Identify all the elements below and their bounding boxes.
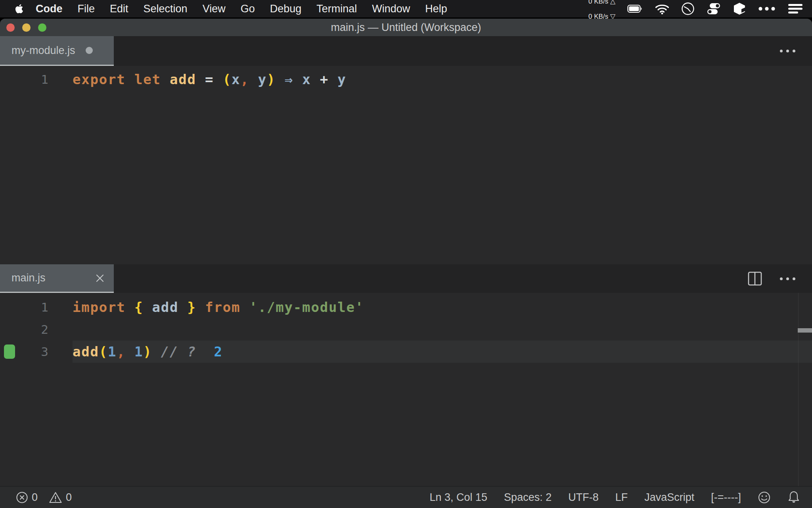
menu-item-debug[interactable]: Debug (262, 3, 309, 15)
problems-errors[interactable]: 0 (16, 491, 38, 504)
tab-my-module-js[interactable]: my-module.js (0, 36, 114, 66)
menu-item-file[interactable]: File (70, 3, 103, 15)
cursor-position[interactable]: Ln 3, Col 15 (430, 491, 488, 504)
menu-item-selection[interactable]: Selection (136, 3, 195, 15)
window-title: main.js — Untitled (Workspace) (331, 21, 481, 34)
code-line[interactable]: 1import { add } from './my-module' (0, 296, 812, 318)
quokka-coverage-marker-icon (4, 344, 15, 359)
close-window-button[interactable] (6, 23, 15, 32)
encoding-setting[interactable]: UTF-8 (568, 491, 599, 504)
bottom-editor-tab-bar: main.js (0, 264, 812, 293)
overview-ruler-marker[interactable] (798, 328, 812, 333)
notifications-bell-icon[interactable] (787, 491, 800, 504)
upload-speed: 0 KB/s △ (588, 0, 615, 5)
menu-item-edit[interactable]: Edit (102, 3, 136, 15)
editor-gutter: 3 (0, 341, 73, 363)
window-title-bar[interactable]: main.js — Untitled (Workspace) (0, 19, 812, 36)
editor-main-js[interactable]: 1import { add } from './my-module'23add(… (0, 293, 812, 486)
cube-icon[interactable] (733, 2, 746, 15)
editor-gutter: 2 (0, 318, 73, 341)
more-actions-icon[interactable] (780, 277, 795, 280)
more-actions-icon[interactable] (780, 50, 795, 52)
wifi-icon[interactable] (655, 3, 669, 14)
zoom-window-button[interactable] (38, 23, 46, 32)
warning-count: 0 (66, 491, 72, 504)
toggles-icon[interactable] (707, 2, 721, 15)
tab-main-js[interactable]: main.js (0, 264, 114, 293)
apple-menu-icon[interactable] (15, 4, 23, 14)
menu-item-terminal[interactable]: Terminal (309, 3, 364, 15)
code-line[interactable]: 1export let add = (x, y) ⇒ x + y (0, 68, 812, 90)
line-number: 3 (41, 341, 48, 363)
code-line[interactable]: 2 (0, 318, 812, 341)
menu-item-window[interactable]: Window (364, 3, 417, 15)
code-text: add(1, 1) // ? 2 (73, 341, 812, 363)
eol-setting[interactable]: LF (615, 491, 628, 504)
window-controls (6, 19, 46, 36)
menu-item-help[interactable]: Help (417, 3, 455, 15)
tab-label: main.js (11, 272, 46, 284)
editor-gutter: 1 (0, 68, 73, 90)
indentation-setting[interactable]: Spaces: 2 (504, 491, 552, 504)
split-editor-icon[interactable] (747, 271, 762, 286)
editor-my-module-js[interactable]: 1export let add = (x, y) ⇒ x + y (0, 66, 812, 264)
editor-gutter: 1 (0, 296, 73, 318)
menu-item-view[interactable]: View (195, 3, 233, 15)
minimize-window-button[interactable] (22, 23, 31, 32)
list-icon[interactable] (787, 3, 803, 14)
code-text (73, 318, 812, 341)
quokka-status[interactable]: [-=----] (711, 491, 741, 504)
close-tab-icon[interactable] (95, 273, 105, 283)
language-mode[interactable]: JavaScript (644, 491, 694, 504)
battery-icon[interactable] (627, 4, 643, 14)
code-text: export let add = (x, y) ⇒ x + y (73, 68, 812, 90)
clock-icon[interactable] (681, 2, 695, 15)
modified-dot-icon[interactable] (86, 47, 93, 54)
code-line[interactable]: 3add(1, 1) // ? 2 (0, 341, 812, 363)
problems-warnings[interactable]: 0 (49, 491, 72, 504)
top-editor-tab-bar: my-module.js (0, 36, 812, 66)
vscode-window: main.js — Untitled (Workspace) my-module… (0, 19, 812, 508)
line-number: 2 (41, 318, 48, 341)
status-bar: 0 0 Ln 3, Col 15 Spaces: 2 UTF-8 LF Java… (0, 486, 812, 508)
error-icon (16, 491, 28, 504)
ellipsis-icon[interactable] (758, 7, 776, 11)
macos-menu-bar: Code File Edit Selection View Go Debug T… (0, 0, 812, 17)
code-text: import { add } from './my-module' (73, 296, 812, 318)
scrollbar-track-line (798, 293, 799, 486)
error-count: 0 (32, 491, 38, 504)
menu-item-code[interactable]: Code (28, 3, 70, 15)
line-number: 1 (41, 296, 48, 318)
line-number: 1 (41, 68, 48, 90)
feedback-smiley-icon[interactable] (758, 491, 771, 504)
tab-label: my-module.js (11, 44, 75, 57)
warning-icon (49, 491, 62, 504)
menu-item-go[interactable]: Go (233, 3, 262, 15)
